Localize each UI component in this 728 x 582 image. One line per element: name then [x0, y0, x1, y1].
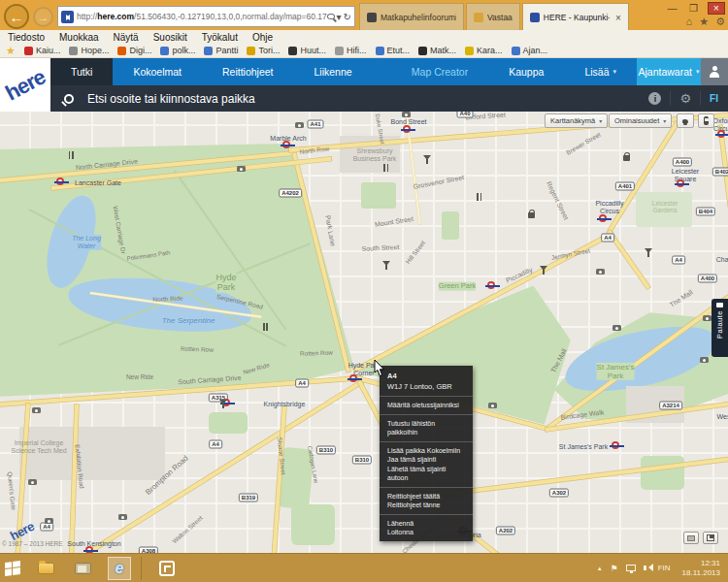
favorite-item[interactable]: Kaiu... — [24, 46, 61, 55]
context-menu-item[interactable]: Reittiohjeet täältä — [387, 492, 465, 501]
nav-item-tutki[interactable]: Tutki — [50, 58, 113, 85]
favorites-star-icon[interactable]: ★ — [699, 16, 709, 28]
favorites-star-icon[interactable]: ★ — [6, 45, 16, 57]
traffic-car-button[interactable] — [677, 113, 694, 128]
nav-item-lisää[interactable]: Lisää▾ — [564, 58, 637, 85]
home-icon[interactable]: ⌂ — [686, 16, 693, 28]
keyboard-language[interactable]: FIN — [658, 564, 671, 572]
language-button[interactable]: FI — [710, 93, 718, 104]
map-label: Hill Street — [404, 240, 426, 266]
tube-station-icon — [487, 281, 495, 289]
browser-tab[interactable]: Matkapuhelinfoorumi - Su... — [359, 3, 464, 31]
favorite-item[interactable]: Etut... — [376, 46, 411, 55]
browser-forward-button[interactable]: → — [33, 7, 53, 27]
pinned-app-button[interactable] — [155, 557, 179, 580]
poi-food-icon — [69, 151, 74, 159]
context-menu-item[interactable]: Määritä oletussijainniksi — [387, 401, 465, 410]
map-features-dropdown[interactable]: Ominaisuudet▾ — [609, 113, 672, 128]
favorite-item[interactable]: Tori... — [247, 46, 280, 55]
road-badge: A4 — [209, 440, 222, 449]
internet-explorer-button[interactable]: e — [108, 557, 131, 580]
poi-camera-icon — [237, 166, 246, 172]
nav-item-map-creator[interactable]: Map Creator — [391, 58, 488, 85]
overview-map-button[interactable] — [683, 532, 699, 544]
context-menu-item[interactable]: Lisää paikka Kokoelmiin — [387, 446, 465, 456]
map-view-dropdown[interactable]: Karttanäkymä▾ — [545, 113, 608, 128]
map-label: The LongWater — [72, 235, 101, 250]
menu-item[interactable]: Ohje — [252, 32, 273, 43]
context-menu-item[interactable]: Tutustu lähistön paikkoihin — [387, 419, 465, 437]
tube-station-icon — [85, 546, 93, 553]
menu-item[interactable]: Työkalut — [202, 32, 238, 43]
settings-gear-icon[interactable]: ⚙ — [679, 91, 691, 106]
nav-item-kokoelmat[interactable]: Kokoelmat — [113, 58, 202, 85]
favorite-item[interactable]: Hifi... — [335, 46, 367, 55]
favorite-item[interactable]: Digi... — [117, 46, 151, 55]
nav-item-reittiohjeet[interactable]: Reittiohjeet — [202, 58, 294, 85]
favorites-bar: ★Kaiu...Hope...Digi...polk...PanttiTori.… — [0, 44, 728, 58]
info-icon[interactable]: i — [648, 92, 661, 105]
url-bar[interactable]: http://here.com/51.506430,-0.127190,13,0… — [57, 6, 355, 27]
transit-button[interactable] — [698, 113, 714, 128]
tab-close-button[interactable]: × — [615, 13, 621, 23]
hidden-icons-caret[interactable]: ▲ — [597, 566, 603, 571]
here-header: here TutkiKokoelmatReittiohjeetLiikenne … — [0, 58, 728, 112]
user-icon — [709, 66, 720, 78]
action-center-flag-icon[interactable]: ⚑ — [611, 564, 618, 573]
favorite-favicon — [335, 47, 344, 55]
context-menu-item[interactable]: Reittiohjeet tänne — [387, 501, 465, 510]
map-label: Rotten Row — [300, 349, 333, 358]
tube-station-icon — [282, 141, 290, 148]
favorite-item[interactable]: Kara... — [465, 46, 503, 55]
favorite-item[interactable]: polk... — [160, 46, 195, 55]
browser-tab[interactable]: Vastaa — [466, 3, 520, 31]
menu-item[interactable]: Näytä — [114, 32, 139, 43]
context-menu-item[interactable]: Lähennä — [387, 519, 465, 529]
refresh-icon[interactable]: ↻ — [344, 12, 351, 22]
menu-item[interactable]: Muokkaa — [59, 32, 99, 43]
nav-item-liikenne[interactable]: Liikenne — [294, 58, 373, 85]
minimize-button[interactable]: — — [665, 3, 679, 15]
nav-item-kauppa[interactable]: Kauppa — [488, 58, 564, 85]
menu-item[interactable]: Tiedosto — [8, 32, 45, 43]
favorite-item[interactable]: Pantti — [204, 46, 238, 55]
browser-back-button[interactable]: ← — [4, 4, 29, 29]
context-menu-item[interactable]: Loitonna — [387, 528, 465, 537]
favorite-favicon — [117, 47, 126, 55]
road-badge: B310 — [352, 456, 372, 465]
favorite-label: Kara... — [477, 46, 503, 55]
network-icon[interactable] — [626, 565, 636, 571]
feedback-tab[interactable]: Palaute — [711, 299, 728, 357]
map-label: South Street — [361, 243, 399, 253]
search-input[interactable]: Etsi osoite tai kiinnostava paikka — [87, 92, 648, 106]
close-button[interactable]: × — [708, 2, 725, 15]
fullscreen-button[interactable] — [703, 532, 718, 544]
favorite-item[interactable]: Hope... — [69, 46, 109, 55]
poi-camera-icon — [612, 325, 621, 331]
profile-button[interactable] — [701, 58, 728, 85]
search-icon[interactable] — [327, 14, 335, 19]
settings-gear-icon[interactable]: ⚙ — [715, 16, 725, 28]
autocomplete-caret-icon[interactable]: ▾ — [337, 12, 342, 22]
libraries-button[interactable] — [71, 557, 94, 580]
maximize-button[interactable]: ❐ — [686, 3, 701, 15]
file-explorer-button[interactable] — [34, 557, 57, 580]
map-label: ShrewsburyBusiness Park — [353, 147, 397, 163]
clock[interactable]: 12:3118.11.2013 — [682, 559, 720, 577]
map-label: LeicesterGardens — [652, 200, 678, 214]
favorite-item[interactable]: Huut... — [288, 46, 326, 55]
favorite-favicon — [376, 47, 384, 55]
start-button[interactable] — [5, 560, 20, 575]
map-label: Westminster — [717, 413, 728, 421]
context-menu-item[interactable]: Jaa tämä sijainti — [387, 455, 465, 465]
favorite-item[interactable]: Matk... — [418, 46, 456, 55]
here-nav: TutkiKokoelmatReittiohjeetLiikenne Map C… — [50, 58, 728, 85]
account-menu[interactable]: Ajantawarat▾ — [637, 58, 701, 85]
browser-tab[interactable]: HERE - Kaupunki- ja m...× — [522, 3, 629, 31]
volume-icon[interactable] — [644, 566, 646, 570]
map-canvas[interactable]: Lancaster GateMarble ArchBond StreetOxfo… — [0, 112, 728, 553]
context-menu-item[interactable]: Lähetä tämä sijainti autoon — [387, 465, 465, 483]
menu-item[interactable]: Suosikit — [153, 32, 187, 43]
favorite-item[interactable]: Ajan... — [512, 46, 548, 55]
here-logo[interactable]: here — [0, 58, 50, 112]
